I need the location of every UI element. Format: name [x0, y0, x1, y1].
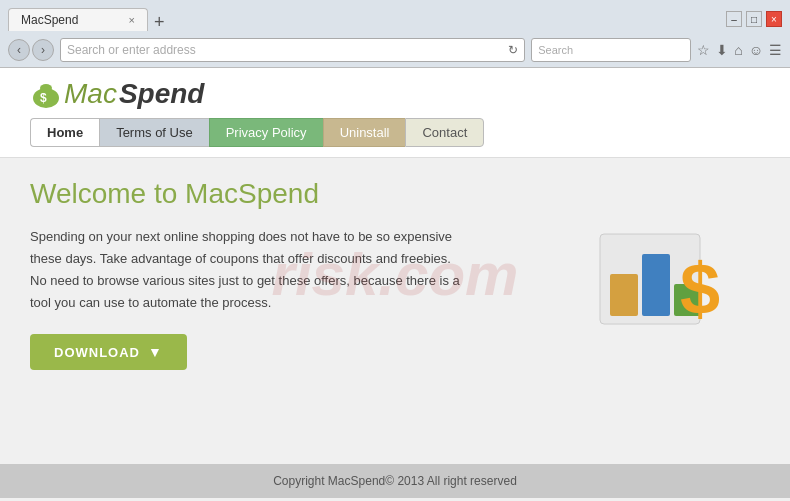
logo-icon: $: [30, 80, 62, 108]
nav-terms-of-use[interactable]: Terms of Use: [99, 118, 209, 147]
site-header: $ Mac Spend Home Terms of Use Privacy Po…: [0, 68, 790, 158]
tab-close-button[interactable]: ×: [129, 14, 135, 26]
search-placeholder: Search: [538, 44, 573, 56]
title-bar: MacSpend × + – □ ×: [0, 0, 790, 32]
nav-bar: ‹ › Search or enter address ↻ Search ☆ ⬇…: [0, 32, 790, 68]
browser-tab[interactable]: MacSpend ×: [8, 8, 148, 31]
back-button[interactable]: ‹: [8, 39, 30, 61]
svg-text:$: $: [680, 249, 720, 329]
site-logo: $ Mac Spend: [30, 78, 760, 110]
maximize-button[interactable]: □: [746, 11, 762, 27]
nav-home[interactable]: Home: [30, 118, 99, 147]
bookmark-icon[interactable]: ☆: [697, 42, 710, 58]
logo-mac: Mac: [64, 78, 117, 110]
tab-bar: MacSpend × +: [8, 8, 171, 31]
hero-graphic: $: [580, 178, 760, 370]
toolbar-icons: ☆ ⬇ ⌂ ☺ ☰: [697, 42, 782, 58]
nav-privacy-policy[interactable]: Privacy Policy: [209, 118, 323, 147]
tab-title: MacSpend: [21, 13, 78, 27]
minimize-button[interactable]: –: [726, 11, 742, 27]
close-button[interactable]: ×: [766, 11, 782, 27]
main-content: Welcome to MacSpend Spending on your nex…: [30, 178, 560, 370]
download-button[interactable]: DOWNLOAD ▼: [30, 334, 187, 370]
home-icon[interactable]: ⌂: [734, 42, 742, 58]
svg-rect-5: [642, 254, 670, 316]
user-icon[interactable]: ☺: [749, 42, 763, 58]
welcome-text: Spending on your next online shopping do…: [30, 226, 470, 314]
nav-menu: Home Terms of Use Privacy Policy Uninsta…: [30, 118, 760, 147]
refresh-icon[interactable]: ↻: [508, 43, 518, 57]
website-content: $ Mac Spend Home Terms of Use Privacy Po…: [0, 68, 790, 498]
forward-button[interactable]: ›: [32, 39, 54, 61]
logo-spend: Spend: [119, 78, 205, 110]
site-main: risk.com Welcome to MacSpend Spending on…: [0, 158, 790, 390]
download-icon[interactable]: ⬇: [716, 42, 728, 58]
browser-window: MacSpend × + – □ × ‹ › Search or enter a…: [0, 0, 790, 498]
menu-icon[interactable]: ☰: [769, 42, 782, 58]
address-bar[interactable]: Search or enter address ↻: [60, 38, 525, 62]
new-tab-button[interactable]: +: [148, 13, 171, 31]
window-controls: – □ ×: [726, 11, 782, 27]
svg-text:$: $: [40, 91, 47, 105]
nav-contact[interactable]: Contact: [405, 118, 484, 147]
download-arrow-icon: ▼: [148, 344, 163, 360]
welcome-title: Welcome to MacSpend: [30, 178, 560, 210]
site-footer: Copyright MacSpend© 2013 All right reser…: [0, 464, 790, 498]
nav-arrows: ‹ ›: [8, 39, 54, 61]
nav-uninstall[interactable]: Uninstall: [323, 118, 406, 147]
svg-rect-4: [610, 274, 638, 316]
search-bar[interactable]: Search: [531, 38, 691, 62]
copyright-text: Copyright MacSpend© 2013 All right reser…: [273, 474, 517, 488]
chart-graphic: $: [590, 204, 750, 344]
address-text: Search or enter address: [67, 43, 196, 57]
